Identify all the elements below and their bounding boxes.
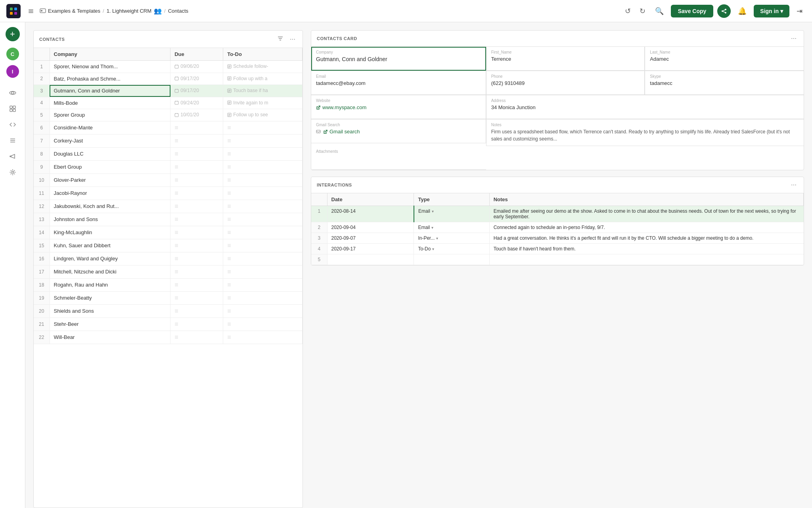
int-row-date[interactable]: 2020-09-17	[327, 244, 414, 254]
cell-todo[interactable]: ≡	[223, 331, 303, 344]
interactions-more-icon[interactable]: ⋯	[789, 181, 798, 189]
field-company[interactable]: Company Gutmann, Conn and Goldner	[311, 47, 486, 71]
redo-button[interactable]: ↻	[637, 5, 648, 17]
int-row-type[interactable]: In-Per... ▾	[414, 233, 489, 244]
cell-due[interactable]: ≡	[170, 187, 223, 200]
cell-company[interactable]: Shields and Sons	[50, 304, 170, 318]
cell-due[interactable]: ≡	[170, 160, 223, 173]
cell-due[interactable]: 09/06/20	[170, 61, 223, 73]
cell-company[interactable]: Lindgren, Ward and Quigley	[50, 252, 170, 265]
cell-todo[interactable]: ≡	[223, 252, 303, 265]
cell-todo[interactable]: Follow up with a	[223, 73, 303, 85]
expand-button[interactable]: ⇥	[793, 5, 806, 17]
table-row[interactable]: 6Considine-Mante≡≡	[34, 121, 303, 134]
sidebar-item-view[interactable]	[6, 86, 20, 100]
sidebar-item-code[interactable]	[6, 117, 20, 132]
cell-todo[interactable]: Touch base if ha	[223, 85, 303, 97]
field-address[interactable]: Address 34 Monica Junction	[486, 95, 804, 119]
int-col-notes[interactable]: Notes	[489, 193, 803, 206]
table-row[interactable]: 2Batz, Prohaska and Schme... 09/17/20 Fo…	[34, 73, 303, 85]
cell-todo[interactable]: ≡	[223, 213, 303, 226]
notifications-button[interactable]: 🔔	[735, 5, 750, 17]
field-phone[interactable]: Phone (622) 9310489	[486, 71, 645, 95]
cell-todo[interactable]: Schedule follow-	[223, 61, 303, 73]
breadcrumb-contacts[interactable]: Contacts	[168, 8, 188, 14]
cell-todo[interactable]: ≡	[223, 226, 303, 239]
field-skype[interactable]: Skype tadamecc	[645, 71, 804, 95]
int-col-date[interactable]: Date	[327, 193, 414, 206]
cell-company[interactable]: Rogahn, Rau and Hahn	[50, 278, 170, 291]
cell-due[interactable]: 09/17/20	[170, 85, 223, 97]
cell-todo[interactable]: ≡	[223, 187, 303, 200]
table-row[interactable]: 7Corkery-Jast≡≡	[34, 134, 303, 147]
interaction-row[interactable]: 22020-09-04Email ▾Connected again to sch…	[311, 222, 804, 233]
table-row[interactable]: 22Will-Bear≡≡	[34, 331, 303, 344]
table-row[interactable]: 12Jakubowski, Koch and Rut...≡≡	[34, 200, 303, 213]
save-copy-button[interactable]: Save Copy	[671, 5, 714, 17]
cell-todo[interactable]: ≡	[223, 121, 303, 134]
table-row[interactable]: 15Kuhn, Sauer and Dibbert≡≡	[34, 239, 303, 252]
table-row[interactable]: 10Glover-Parker≡≡	[34, 173, 303, 187]
int-row-type[interactable]	[414, 254, 489, 265]
table-row[interactable]: 20Shields and Sons≡≡	[34, 304, 303, 318]
cell-due[interactable]: ≡	[170, 304, 223, 318]
cell-due[interactable]: ≡	[170, 147, 223, 160]
breadcrumb-crm[interactable]: 1. Lightweight CRM	[107, 8, 151, 14]
sidebar-item-megaphone[interactable]	[6, 149, 20, 164]
int-row-date[interactable]	[327, 254, 414, 265]
cell-due[interactable]: ≡	[170, 226, 223, 239]
cell-todo[interactable]: ≡	[223, 304, 303, 318]
cell-company[interactable]: Corkery-Jast	[50, 134, 170, 147]
table-row[interactable]: 17Mitchell, Nitzsche and Dicki≡≡	[34, 265, 303, 278]
table-row[interactable]: 1Sporer, Nienow and Thom... 09/06/20 Sch…	[34, 61, 303, 73]
gmail-search-link[interactable]: Gmail search	[316, 128, 481, 135]
sidebar-item-grid[interactable]	[6, 102, 20, 116]
cell-todo[interactable]: ≡	[223, 147, 303, 160]
int-row-type[interactable]: Email ▾	[414, 222, 489, 233]
sidebar-item-settings[interactable]	[6, 165, 20, 179]
cell-due[interactable]: ≡	[170, 213, 223, 226]
cell-todo[interactable]: Invite again to m	[223, 97, 303, 109]
cell-company[interactable]: King-McLaughlin	[50, 226, 170, 239]
cell-company[interactable]: Johnston and Sons	[50, 213, 170, 226]
int-col-type[interactable]: Type	[414, 193, 489, 206]
table-row[interactable]: 13Johnston and Sons≡≡	[34, 213, 303, 226]
int-row-date[interactable]: 2020-09-07	[327, 233, 414, 244]
cell-company[interactable]: Gutmann, Conn and Goldner	[50, 85, 170, 97]
table-row[interactable]: 9Ebert Group≡≡	[34, 160, 303, 173]
signin-button[interactable]: Sign in ▾	[754, 5, 789, 17]
int-row-notes[interactable]: Emailed me after seeing our demo at the …	[489, 206, 803, 222]
table-row[interactable]: 3Gutmann, Conn and Goldner 09/17/20 Touc…	[34, 85, 303, 97]
cell-company[interactable]: Considine-Mante	[50, 121, 170, 134]
cell-due[interactable]: ≡	[170, 291, 223, 304]
cell-due[interactable]: 09/17/20	[170, 73, 223, 85]
undo-button[interactable]: ↺	[622, 5, 633, 17]
table-row[interactable]: 5Sporer Group 10/01/20 Follow up to see	[34, 109, 303, 121]
int-row-notes[interactable]	[489, 254, 803, 265]
cell-company[interactable]: Sporer Group	[50, 109, 170, 121]
cell-due[interactable]: ≡	[170, 173, 223, 187]
cell-company[interactable]: Kuhn, Sauer and Dibbert	[50, 239, 170, 252]
avatar-c[interactable]: C	[6, 48, 19, 60]
share-button[interactable]	[717, 4, 731, 18]
website-link[interactable]: www.myspace.com	[316, 104, 481, 111]
cell-company[interactable]: Jakubowski, Koch and Rut...	[50, 200, 170, 213]
int-row-date[interactable]: 2020-09-04	[327, 222, 414, 233]
interaction-row[interactable]: 12020-08-14Email ▾Emailed me after seein…	[311, 206, 804, 222]
avatar-i[interactable]: I	[6, 65, 19, 78]
cell-due[interactable]: 09/24/20	[170, 97, 223, 109]
cell-todo[interactable]: ≡	[223, 265, 303, 278]
field-gmail-search[interactable]: Gmail Search Gmail search	[311, 119, 486, 143]
col-todo[interactable]: To-Do	[223, 48, 303, 61]
table-row[interactable]: 11Jacobi-Raynor≡≡	[34, 187, 303, 200]
col-company[interactable]: Company	[50, 48, 170, 61]
int-row-type[interactable]: To-Do ▾	[414, 244, 489, 254]
breadcrumb-examples[interactable]: Examples & Templates	[40, 8, 100, 14]
card-more-icon[interactable]: ⋯	[789, 35, 798, 42]
field-attachments[interactable]: Attachments	[311, 146, 486, 170]
cell-todo[interactable]: ≡	[223, 200, 303, 213]
cell-company[interactable]: Mills-Bode	[50, 97, 170, 109]
cell-due[interactable]: ≡	[170, 278, 223, 291]
cell-due[interactable]: ≡	[170, 239, 223, 252]
cell-company[interactable]: Mitchell, Nitzsche and Dicki	[50, 265, 170, 278]
